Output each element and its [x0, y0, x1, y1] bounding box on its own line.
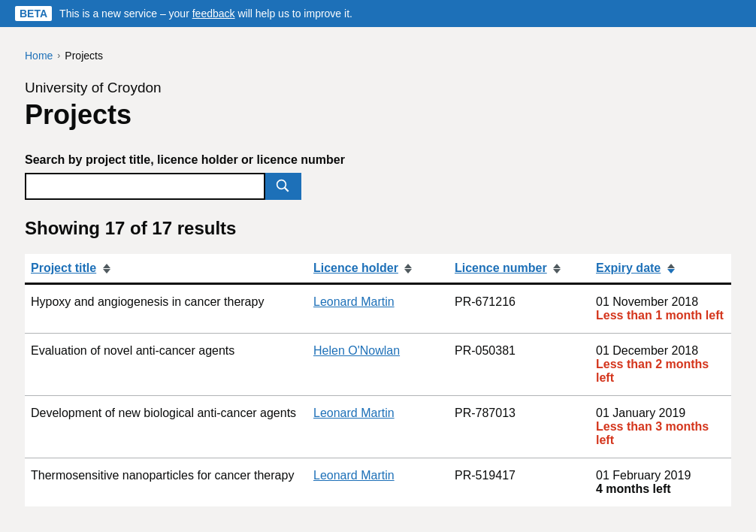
col-project-title-link[interactable]: Project title	[31, 261, 96, 274]
cell-expiry-date: 01 December 2018Less than 2 months left	[590, 334, 731, 396]
col-expiry-date[interactable]: Expiry date	[590, 254, 731, 284]
cell-licence-holder: Leonard Martin	[307, 284, 449, 334]
expiry-date-value: 01 February 2019	[596, 469, 725, 482]
sort-up-icon	[404, 264, 412, 268]
beta-tag: BETA	[15, 6, 52, 21]
sort-down-icon	[404, 269, 412, 274]
sort-up-icon	[667, 264, 675, 268]
col-licence-number[interactable]: Licence number	[449, 254, 590, 284]
cell-licence-number: PR-787013	[449, 396, 590, 458]
sort-icon-expiry-date	[667, 264, 675, 274]
cell-licence-number: PR-519417	[449, 458, 590, 507]
cell-expiry-date: 01 January 2019Less than 3 months left	[590, 396, 731, 458]
beta-banner: BETA This is a new service – your feedba…	[0, 0, 756, 27]
sort-down-icon	[553, 269, 561, 274]
licence-holder-link[interactable]: Leonard Martin	[313, 407, 395, 419]
col-expiry-date-link[interactable]: Expiry date	[596, 261, 661, 274]
expiry-date-value: 01 December 2018	[596, 344, 725, 358]
licence-holder-link[interactable]: Leonard Martin	[313, 295, 395, 308]
projects-table: Project title Licence holder Licence num…	[25, 254, 731, 506]
table-row: Development of new biological anti-cance…	[25, 396, 731, 458]
cell-licence-number: PR-671216	[449, 284, 590, 334]
sort-up-icon	[103, 264, 110, 268]
org-name: University of Croydon	[25, 80, 731, 96]
col-licence-holder-link[interactable]: Licence holder	[313, 261, 398, 274]
expiry-warning: 4 months left	[596, 482, 725, 496]
cell-licence-number: PR-050381	[449, 334, 590, 396]
search-input[interactable]	[25, 173, 265, 200]
col-licence-holder[interactable]: Licence holder	[307, 254, 449, 284]
feedback-link[interactable]: feedback	[192, 8, 235, 20]
expiry-warning: Less than 3 months left	[596, 420, 725, 447]
breadcrumb-current: Projects	[65, 50, 103, 62]
search-icon	[276, 179, 291, 194]
sort-up-icon	[553, 264, 561, 268]
sort-down-icon	[667, 269, 675, 274]
cell-project-title: Evaluation of novel anti-cancer agents	[25, 334, 307, 396]
search-row	[25, 173, 731, 200]
breadcrumb-separator: ›	[57, 50, 60, 61]
expiry-date-value: 01 November 2018	[596, 295, 725, 309]
table-row: Hypoxy and angiogenesis in cancer therap…	[25, 284, 731, 334]
table-row: Evaluation of novel anti-cancer agentsHe…	[25, 334, 731, 396]
sort-icon-licence-holder	[404, 264, 412, 274]
search-button[interactable]	[265, 173, 301, 200]
cell-expiry-date: 01 November 2018Less than 1 month left	[590, 284, 731, 334]
expiry-warning: Less than 2 months left	[596, 358, 725, 385]
search-label: Search by project title, licence holder …	[25, 153, 731, 167]
results-count: Showing 17 of 17 results	[25, 218, 731, 239]
table-body: Hypoxy and angiogenesis in cancer therap…	[25, 284, 731, 507]
expiry-date-value: 01 January 2019	[596, 407, 725, 420]
cell-project-title: Hypoxy and angiogenesis in cancer therap…	[25, 284, 307, 334]
cell-licence-holder: Leonard Martin	[307, 396, 449, 458]
col-project-title[interactable]: Project title	[25, 254, 307, 284]
breadcrumb: Home › Projects	[25, 50, 731, 62]
cell-expiry-date: 01 February 20194 months left	[590, 458, 731, 507]
cell-licence-holder: Helen O'Nowlan	[307, 334, 449, 396]
expiry-warning: Less than 1 month left	[596, 309, 725, 322]
table-header-row: Project title Licence holder Licence num…	[25, 254, 731, 284]
licence-holder-link[interactable]: Leonard Martin	[313, 469, 395, 482]
cell-project-title: Thermosensitive nanoparticles for cancer…	[25, 458, 307, 507]
col-licence-number-link[interactable]: Licence number	[455, 261, 547, 274]
page-title: Projects	[25, 99, 731, 131]
beta-message: This is a new service – your feedback wi…	[59, 8, 352, 20]
main-content: Home › Projects University of Croydon Pr…	[10, 27, 746, 532]
sort-down-icon	[103, 269, 110, 274]
table-row: Thermosensitive nanoparticles for cancer…	[25, 458, 731, 507]
licence-holder-link[interactable]: Helen O'Nowlan	[313, 344, 400, 357]
cell-project-title: Development of new biological anti-cance…	[25, 396, 307, 458]
cell-licence-holder: Leonard Martin	[307, 458, 449, 507]
breadcrumb-home[interactable]: Home	[25, 50, 53, 62]
sort-icon-project-title	[103, 264, 110, 274]
sort-icon-licence-number	[553, 264, 561, 274]
